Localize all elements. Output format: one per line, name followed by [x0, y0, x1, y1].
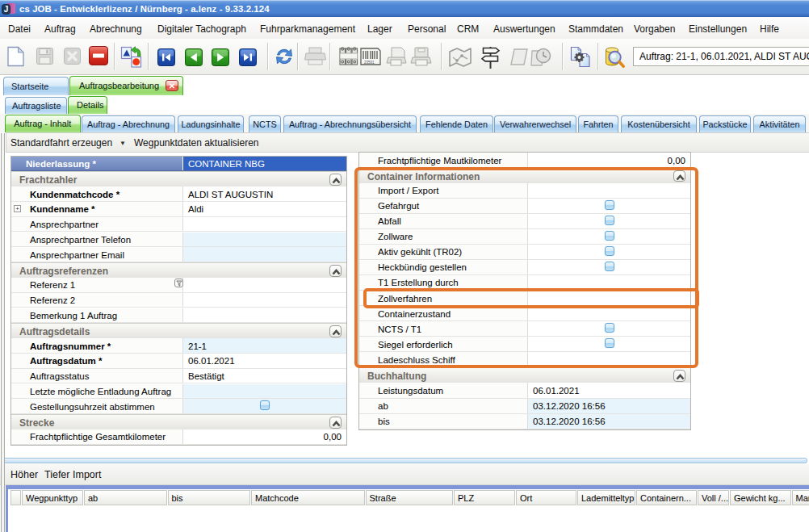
svg-text:23501: 23501 — [364, 61, 375, 65]
